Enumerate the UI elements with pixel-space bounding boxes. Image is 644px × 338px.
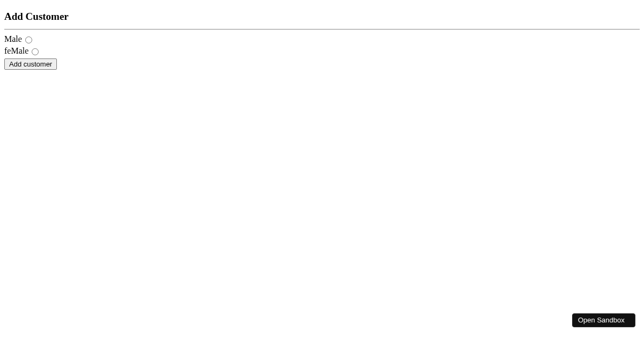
divider <box>4 29 640 30</box>
add-customer-button[interactable]: Add customer <box>4 58 57 70</box>
gender-radio-male[interactable] <box>25 36 32 43</box>
gender-row-female: feMale <box>4 46 640 56</box>
gender-label-male: Male <box>4 34 22 43</box>
gender-label-female: feMale <box>4 46 28 55</box>
page-title: Add Customer <box>4 11 640 23</box>
open-sandbox-button[interactable]: Open Sandbox <box>572 313 635 327</box>
gender-row-male: Male <box>4 34 640 45</box>
gender-radio-female[interactable] <box>32 48 39 55</box>
